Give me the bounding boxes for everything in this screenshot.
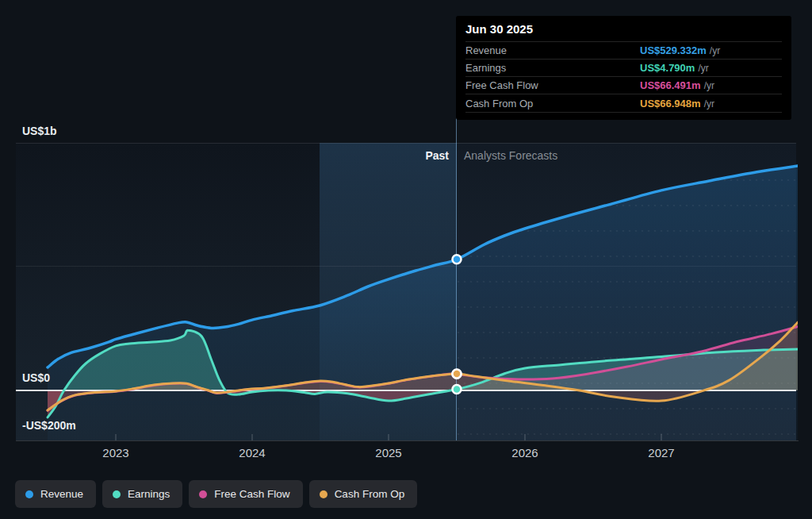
tooltip-value: US$66.491m/yr xyxy=(640,79,714,91)
cash-from-op-marker-dot[interactable] xyxy=(453,370,462,379)
revenue-dot-icon xyxy=(25,490,33,498)
tooltip-value: US$66.948m/yr xyxy=(640,98,714,110)
legend-item-earnings[interactable]: Earnings xyxy=(102,480,182,508)
past-region-label: Past xyxy=(330,149,449,162)
legend-label: Cash From Op xyxy=(335,488,405,500)
legend-item-revenue[interactable]: Revenue xyxy=(15,480,96,508)
chart-legend: Revenue Earnings Free Cash Flow Cash Fro… xyxy=(15,480,417,508)
tooltip-row-free-cash-flow: Free Cash Flow US$66.491m/yr xyxy=(465,76,782,94)
tooltip-label: Free Cash Flow xyxy=(465,79,640,91)
legend-label: Revenue xyxy=(40,488,83,500)
tooltip-label: Revenue xyxy=(465,44,640,56)
y-axis-label-1b: US$1b xyxy=(22,125,57,137)
earnings-revenue-growth-chart: US$1b US$0 -US$200m 2023 2024 2025 2026 … xyxy=(0,0,812,519)
x-tick-2026: 2026 xyxy=(511,446,538,459)
forecast-region-label: Analysts Forecasts xyxy=(464,149,557,162)
tooltip-value: US$529.332m/yr xyxy=(640,44,720,56)
legend-item-free-cash-flow[interactable]: Free Cash Flow xyxy=(189,480,302,508)
x-tick-2027: 2027 xyxy=(648,446,674,459)
earnings-marker-dot[interactable] xyxy=(453,385,462,394)
tooltip-row-cash-from-op: Cash From Op US$66.948m/yr xyxy=(465,94,782,113)
x-tick-2025: 2025 xyxy=(375,446,401,459)
tooltip-value: US$4.790m/yr xyxy=(640,62,709,74)
legend-label: Free Cash Flow xyxy=(214,488,289,500)
tooltip-row-earnings: Earnings US$4.790m/yr xyxy=(465,59,782,76)
x-tick-2024: 2024 xyxy=(239,446,265,459)
chart-tooltip: Jun 30 2025 Revenue US$529.332m/yr Earni… xyxy=(456,16,791,120)
tooltip-row-revenue: Revenue US$529.332m/yr xyxy=(465,41,782,59)
legend-label: Earnings xyxy=(128,488,170,500)
tooltip-date: Jun 30 2025 xyxy=(465,16,782,41)
tooltip-label: Earnings xyxy=(465,62,640,74)
tooltip-label: Cash From Op xyxy=(465,98,640,110)
x-tick-2023: 2023 xyxy=(102,446,128,459)
legend-item-cash-from-op[interactable]: Cash From Op xyxy=(309,480,418,508)
y-axis-label-0: US$0 xyxy=(22,371,50,384)
revenue-marker-dot[interactable] xyxy=(453,255,462,263)
free-cash-flow-dot-icon xyxy=(199,490,207,498)
y-axis-label-neg200m: -US$200m xyxy=(22,419,76,432)
earnings-dot-icon xyxy=(113,490,121,498)
cash-from-op-dot-icon xyxy=(320,490,327,498)
